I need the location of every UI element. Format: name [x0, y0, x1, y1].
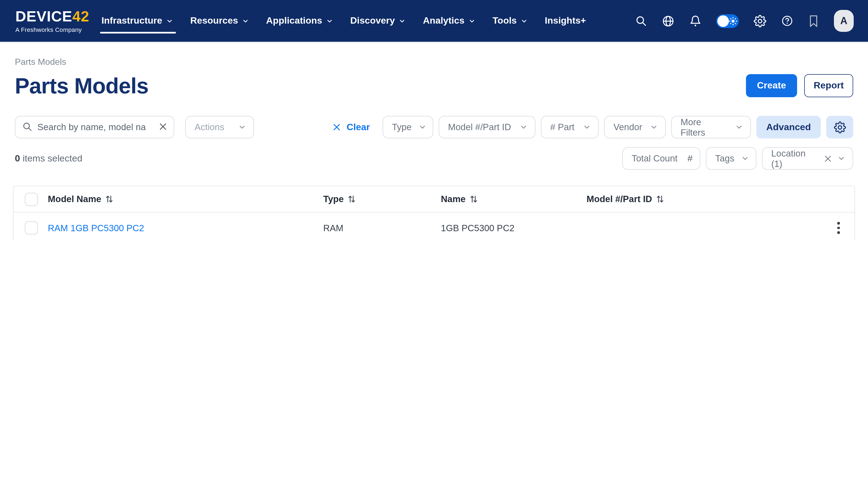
page-title: Parts Models	[15, 72, 148, 99]
report-button[interactable]: Report	[804, 74, 853, 97]
chevron-down-icon	[399, 17, 406, 25]
filter-model-part-id[interactable]: Model #/Part ID	[439, 116, 535, 138]
create-button[interactable]: Create	[746, 74, 797, 97]
chevron-down-icon	[166, 17, 173, 25]
header-type[interactable]: Type	[323, 194, 441, 204]
avatar[interactable]: A	[834, 10, 854, 32]
model-name-link[interactable]: RAM 1GB PC5300 PC2	[48, 223, 144, 233]
chevron-down-icon	[521, 17, 528, 25]
clear-label: Clear	[347, 122, 370, 133]
location-label: Location (1)	[771, 148, 817, 169]
nav-item-label: Discovery	[350, 15, 395, 26]
breadcrumb[interactable]: Parts Models	[15, 57, 853, 67]
total-count-pill[interactable]: Total Count #	[622, 147, 700, 170]
chevron-down-icon	[837, 154, 845, 163]
table-header-row: Model Name Type Name Model #/Part ID	[14, 186, 854, 212]
logo-tagline: A Freshworks Company	[16, 26, 89, 33]
row-checkbox[interactable]	[25, 221, 38, 235]
column-pill-group: Total Count # Tags Location (1)	[622, 147, 853, 170]
theme-toggle[interactable]	[716, 14, 739, 28]
nav-item-tools[interactable]: Tools	[493, 10, 528, 32]
top-navbar: DEVICE42 A Freshworks Company Infrastruc…	[0, 0, 868, 42]
search-clear-icon[interactable]	[158, 122, 168, 131]
header-model-part-id[interactable]: Model #/Part ID	[587, 194, 823, 204]
nav-item-label: Insights+	[545, 15, 586, 26]
actions-label: Actions	[195, 122, 224, 132]
chevron-down-icon	[741, 154, 749, 163]
bell-icon[interactable]	[689, 14, 702, 27]
navbar-right-icons: A	[635, 10, 854, 32]
parts-models-page: DEVICE42 A Freshworks Company Infrastruc…	[0, 0, 868, 240]
hash-icon: #	[687, 153, 693, 164]
chevron-down-icon	[242, 17, 249, 25]
location-remove-icon[interactable]	[824, 154, 832, 163]
search-box	[15, 116, 174, 138]
sort-icon[interactable]	[656, 195, 663, 203]
total-count-label: Total Count	[631, 153, 678, 164]
filter-label: More Filters	[681, 117, 728, 138]
nav-item-applications[interactable]: Applications	[266, 10, 333, 32]
chevron-down-icon	[583, 123, 591, 131]
table-row: RAM 1GB PC5300 PC2RAM1GB PC5300 PC2	[14, 212, 854, 240]
nav-item-insights[interactable]: Insights+	[545, 10, 586, 32]
toggle-knob	[717, 15, 729, 27]
search-icon[interactable]	[635, 15, 647, 27]
chevron-down-icon	[418, 123, 427, 131]
nav-item-label: Analytics	[423, 15, 465, 26]
nav-item-discovery[interactable]: Discovery	[350, 10, 406, 32]
table-body: RAM 1GB PC5300 PC2RAM1GB PC5300 PC2Hard …	[14, 212, 854, 240]
clear-x-icon	[332, 123, 342, 132]
filter-type[interactable]: Type	[382, 116, 433, 138]
sort-icon[interactable]	[348, 195, 355, 203]
clear-filters-button[interactable]: Clear	[332, 122, 370, 133]
filter-part[interactable]: # Part	[541, 116, 599, 138]
nav-item-label: Resources	[190, 15, 238, 26]
sort-icon[interactable]	[470, 195, 477, 203]
location-pill[interactable]: Location (1)	[762, 147, 853, 170]
device42-logo[interactable]: DEVICE42 A Freshworks Company	[16, 9, 89, 33]
title-row: Parts Models Create Report	[0, 72, 868, 99]
main-nav-menu: InfrastructureResourcesApplicationsDisco…	[101, 10, 586, 32]
selection-count: 0 items selected	[15, 153, 83, 164]
sort-icon[interactable]	[105, 195, 113, 203]
globe-icon[interactable]	[662, 14, 675, 27]
kebab-menu-icon[interactable]	[835, 220, 842, 236]
parts-models-table: Model Name Type Name Model #/Part ID RAM…	[13, 185, 855, 240]
type-cell: RAM	[323, 223, 441, 233]
nav-item-label: Applications	[266, 15, 322, 26]
nav-item-resources[interactable]: Resources	[190, 10, 249, 32]
nav-item-infrastructure[interactable]: Infrastructure	[101, 10, 173, 32]
table-settings-button[interactable]	[826, 116, 853, 138]
filter-label: # Part	[550, 122, 575, 132]
logo-text: DEVICE42	[16, 9, 89, 24]
filter-more-filters[interactable]: More Filters	[671, 116, 751, 138]
select-all-checkbox[interactable]	[25, 193, 38, 206]
tags-pill[interactable]: Tags	[706, 147, 756, 170]
search-input[interactable]	[15, 116, 174, 138]
gear-icon[interactable]	[754, 14, 766, 27]
sun-icon	[729, 17, 737, 25]
logo-accent: 42	[72, 8, 89, 25]
nav-item-label: Infrastructure	[101, 15, 162, 26]
advanced-button[interactable]: Advanced	[756, 116, 821, 138]
chevron-down-icon	[520, 123, 528, 131]
chevron-down-icon	[650, 123, 658, 131]
tags-label: Tags	[715, 153, 735, 164]
header-name[interactable]: Name	[441, 194, 587, 204]
filter-label: Type	[392, 122, 412, 132]
header-model-name[interactable]: Model Name	[48, 194, 323, 204]
search-field-icon	[22, 122, 32, 132]
chevron-down-icon	[326, 17, 333, 25]
nav-item-analytics[interactable]: Analytics	[423, 10, 475, 32]
title-actions: Create Report	[746, 74, 853, 97]
filter-label: Model #/Part ID	[448, 122, 511, 132]
filter-toolbar: Actions Clear TypeModel #/Part ID# PartV…	[15, 116, 853, 138]
name-cell: 1GB PC5300 PC2	[441, 223, 587, 233]
chevron-down-icon	[238, 123, 246, 131]
nav-item-label: Tools	[493, 15, 517, 26]
help-icon[interactable]	[781, 15, 793, 27]
chevron-down-icon	[468, 17, 475, 25]
filter-vendor[interactable]: Vendor	[604, 116, 666, 138]
actions-dropdown[interactable]: Actions	[185, 116, 254, 138]
bookmark-icon[interactable]	[808, 14, 819, 27]
